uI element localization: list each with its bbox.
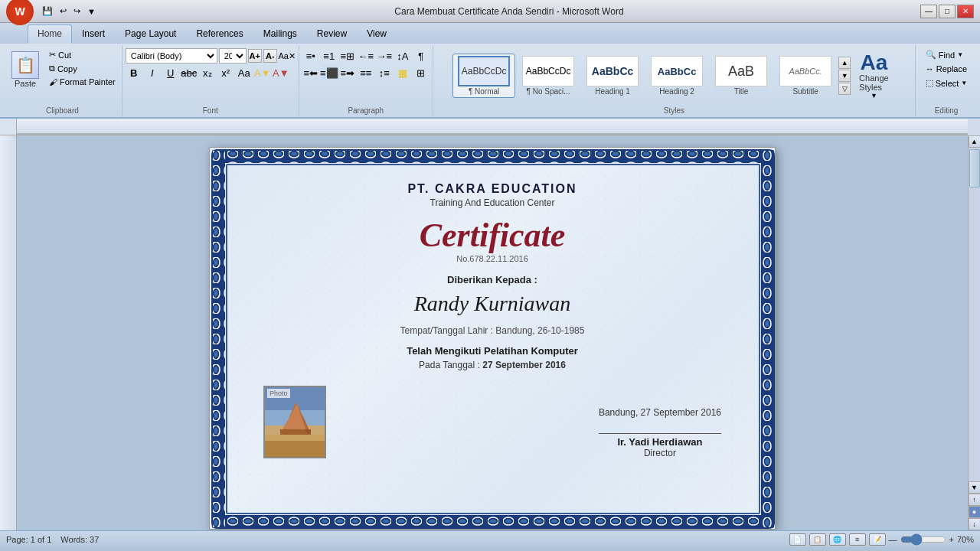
- zoom-slider[interactable]: [900, 536, 946, 543]
- customize-quick-btn[interactable]: ▼: [85, 6, 98, 17]
- style-no-spacing-btn[interactable]: AaBbCcDc ¶ No Spaci...: [517, 54, 580, 98]
- font-content: Calibri (Body) 20 A+ A- Aa✕ B I U abc x₂…: [126, 47, 296, 105]
- shading-btn[interactable]: ▦: [394, 65, 411, 80]
- font-size-select[interactable]: 20: [219, 48, 247, 64]
- format-painter-button[interactable]: 🖌 Format Painter: [46, 76, 119, 88]
- align-left-btn[interactable]: ≡⬅: [302, 65, 319, 80]
- style-heading2-btn[interactable]: AaBbCc Heading 2: [645, 54, 708, 98]
- bold-button[interactable]: B: [126, 65, 142, 80]
- replace-button[interactable]: ↔ Replace: [922, 63, 971, 75]
- multilevel-btn[interactable]: ≡⊞: [339, 48, 356, 64]
- line-spacing-btn[interactable]: ↕≡: [376, 65, 393, 80]
- cut-button[interactable]: ✂ Cut: [46, 48, 119, 61]
- select-button[interactable]: ⬚ Select ▼: [922, 77, 972, 90]
- styles-group: AaBbCcDc ¶ Normal AaBbCcDc ¶ No Spaci...…: [433, 45, 916, 117]
- scroll-up-btn[interactable]: ▲: [969, 135, 981, 148]
- align-right-btn[interactable]: ≡➡: [339, 65, 356, 80]
- text-highlight-btn[interactable]: A▼: [254, 65, 271, 80]
- ribbon: Home Insert Page Layout References Maili…: [0, 23, 980, 119]
- select-arrow: ▼: [961, 80, 967, 86]
- zoom-out-btn[interactable]: —: [889, 535, 897, 544]
- cert-location-date: Bandung, 27 September 2016: [599, 407, 721, 418]
- paste-button[interactable]: 📋 Paste: [6, 48, 44, 91]
- increase-indent-btn[interactable]: →≡: [376, 48, 393, 64]
- full-reading-btn[interactable]: 📋: [809, 533, 826, 546]
- para-top-row: ≡• ≡1 ≡⊞ ←≡ →≡ ↕A ¶: [302, 48, 430, 64]
- clear-format-btn[interactable]: Aa✕: [279, 48, 296, 64]
- cert-signature-area: Bandung, 27 September 2016 Ir. Yadi Herd…: [599, 407, 721, 458]
- find-arrow: ▼: [957, 51, 963, 58]
- next-page-btn[interactable]: ↓: [969, 518, 981, 530]
- borders-btn[interactable]: ⊞: [413, 65, 430, 80]
- undo-btn[interactable]: ↩: [57, 5, 69, 17]
- tab-page-layout[interactable]: Page Layout: [115, 24, 186, 44]
- font-family-select[interactable]: Calibri (Body): [126, 48, 217, 64]
- draft-btn[interactable]: 📝: [869, 533, 886, 546]
- zoom-in-btn[interactable]: +: [949, 535, 954, 544]
- quick-access-toolbar: 💾 ↩ ↪ ▼: [40, 5, 98, 17]
- zoom-level: 70%: [957, 535, 974, 544]
- outline-btn[interactable]: ≡: [849, 533, 866, 546]
- redo-btn[interactable]: ↪: [71, 5, 83, 17]
- style-title-btn[interactable]: AaB Title: [710, 54, 773, 98]
- tab-review[interactable]: Review: [307, 24, 357, 44]
- document-scroll-area[interactable]: PT. CAKRA EDUCATION Training And Educati…: [17, 135, 968, 530]
- office-button[interactable]: W: [6, 0, 34, 25]
- web-layout-btn[interactable]: 🌐: [829, 533, 846, 546]
- change-case-button[interactable]: Aa: [236, 65, 253, 80]
- style-subtitle-btn[interactable]: AaBbCc. Subtitle: [774, 54, 837, 98]
- styles-content: AaBbCcDc ¶ Normal AaBbCcDc ¶ No Spaci...…: [452, 47, 896, 105]
- strikethrough-button[interactable]: abc: [181, 65, 198, 80]
- font-size-increase-btn[interactable]: A+: [248, 49, 262, 63]
- style-normal-preview: AaBbCcDc: [458, 56, 510, 86]
- style-heading1-btn[interactable]: AaBbCc Heading 1: [581, 54, 644, 98]
- tab-references[interactable]: References: [186, 24, 253, 44]
- copy-label: Copy: [57, 64, 77, 73]
- tab-mailings[interactable]: Mailings: [253, 24, 307, 44]
- tab-insert[interactable]: Insert: [72, 24, 115, 44]
- scroll-down-btn[interactable]: ▼: [969, 481, 981, 494]
- ruler-right-spacer: [968, 119, 980, 135]
- font-size-decrease-btn[interactable]: A-: [263, 49, 277, 63]
- title-bar: W 💾 ↩ ↪ ▼ Cara Membuat Certificate Anda …: [0, 0, 980, 23]
- font-color-btn[interactable]: A▼: [273, 65, 289, 80]
- italic-button[interactable]: I: [144, 65, 161, 80]
- nav-circle-btn[interactable]: ●: [969, 506, 981, 518]
- find-button[interactable]: 🔍 Find ▼: [922, 48, 967, 61]
- prev-page-btn[interactable]: ↑: [969, 494, 981, 506]
- superscript-button[interactable]: x²: [217, 65, 234, 80]
- styles-scroll-up[interactable]: ▲: [838, 57, 851, 69]
- tab-home[interactable]: Home: [28, 24, 72, 44]
- styles-scroll-down[interactable]: ▼: [838, 70, 851, 82]
- vertical-scrollbar[interactable]: ▲ ▼ ↑ ● ↓: [968, 135, 980, 530]
- change-styles-button[interactable]: Aa ChangeStyles ▼: [852, 48, 896, 103]
- subscript-button[interactable]: x₂: [199, 65, 216, 80]
- styles-expand[interactable]: ▽: [838, 83, 851, 95]
- select-label: Select: [936, 79, 959, 88]
- justify-btn[interactable]: ≡≡: [358, 65, 374, 80]
- tab-view[interactable]: View: [357, 24, 397, 44]
- cert-attended-label: Telah Mengikuti Pelatihan Komputer: [256, 345, 729, 357]
- maximize-btn[interactable]: □: [939, 5, 956, 18]
- copy-icon: ⧉: [49, 64, 55, 73]
- numbering-btn[interactable]: ≡1: [321, 48, 338, 64]
- cert-date-row: Pada Tanggal : 27 September 2016: [256, 360, 729, 370]
- print-layout-btn[interactable]: 📄: [789, 533, 806, 546]
- replace-icon: ↔: [926, 64, 934, 73]
- scroll-thumb[interactable]: [969, 149, 980, 187]
- sort-btn[interactable]: ↕A: [394, 48, 411, 64]
- save-quick-btn[interactable]: 💾: [40, 5, 55, 17]
- style-normal-btn[interactable]: AaBbCcDc ¶ Normal: [452, 54, 515, 98]
- align-center-btn[interactable]: ≡⬛: [321, 65, 338, 80]
- paragraph-group: ≡• ≡1 ≡⊞ ←≡ →≡ ↕A ¶ ≡⬅ ≡⬛ ≡➡ ≡≡ ↕≡ ▦ ⊞: [299, 45, 433, 117]
- minimize-btn[interactable]: —: [920, 5, 937, 18]
- close-btn[interactable]: ✕: [957, 5, 974, 18]
- change-styles-label: ChangeStyles: [859, 73, 889, 92]
- cert-birth-info: Tempat/Tanggal Lahir : Bandung, 26-10-19…: [256, 325, 729, 336]
- bullets-btn[interactable]: ≡•: [302, 48, 319, 64]
- underline-button[interactable]: U: [162, 65, 179, 80]
- decrease-indent-btn[interactable]: ←≡: [358, 48, 374, 64]
- show-marks-btn[interactable]: ¶: [413, 48, 430, 64]
- ribbon-content: 📋 Paste ✂ Cut ⧉ Copy 🖌 Format Painter: [0, 44, 980, 117]
- copy-button[interactable]: ⧉ Copy: [46, 62, 119, 75]
